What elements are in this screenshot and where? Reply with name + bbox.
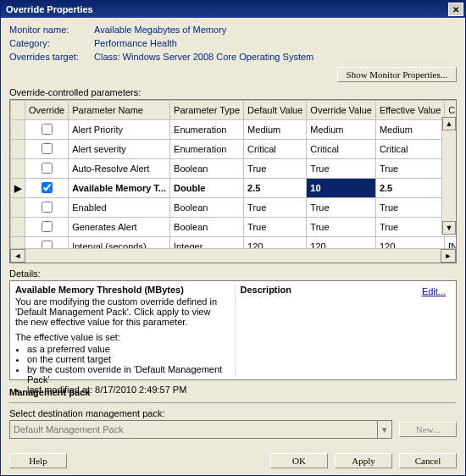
override-checkbox-cell[interactable]: [25, 140, 69, 159]
param-name-cell[interactable]: Alert severity: [69, 140, 170, 159]
new-mp-button[interactable]: New...: [399, 422, 457, 437]
table-row[interactable]: Interval (seconds)Integer120120120[No ch…: [11, 237, 457, 249]
footer: Help OK Apply Cancel: [1, 446, 465, 475]
col-override[interactable]: Override: [25, 101, 69, 120]
row-indicator: [11, 159, 25, 179]
effective-value-cell: 120: [375, 237, 444, 249]
override-checkbox[interactable]: [42, 221, 53, 232]
effective-value-cell: Medium: [375, 120, 444, 140]
edit-description-link[interactable]: Edit...: [422, 286, 446, 296]
override-value-cell[interactable]: Medium: [307, 120, 376, 140]
override-checkbox[interactable]: [42, 124, 53, 135]
table-row[interactable]: Alert PriorityEnumerationMediumMediumMed…: [11, 120, 457, 140]
param-name-cell[interactable]: Auto-Resolve Alert: [69, 159, 170, 179]
ok-button[interactable]: OK: [270, 453, 328, 468]
overrides-target-label: Overrides target:: [9, 52, 94, 62]
horizontal-scrollbar[interactable]: ◄ ►: [10, 248, 456, 263]
details-body2: The effective value is set:: [15, 332, 226, 342]
table-row[interactable]: Alert severityEnumerationCriticalCritica…: [11, 140, 457, 159]
override-checkbox-cell[interactable]: [25, 218, 69, 237]
param-type-cell: Enumeration: [170, 140, 244, 159]
override-checkbox[interactable]: [42, 202, 53, 213]
vertical-scrollbar[interactable]: ▲ ▼: [441, 117, 456, 235]
effective-value-cell: True: [375, 159, 444, 179]
description-label: Description: [241, 285, 452, 295]
override-value-cell[interactable]: True: [307, 198, 376, 218]
override-checkbox[interactable]: [42, 163, 53, 174]
override-checkbox[interactable]: [42, 241, 53, 249]
divider: [9, 402, 457, 403]
default-value-cell: 120: [244, 237, 307, 249]
override-checkbox-cell[interactable]: [25, 159, 69, 179]
rowheader-col: [11, 101, 25, 120]
default-value-cell: True: [244, 159, 307, 179]
param-type-cell: Integer: [170, 237, 244, 249]
details-label: Details:: [9, 268, 457, 279]
details-body1: You are modifying the custom override de…: [15, 296, 226, 327]
details-panel: Available Memory Threshold (MBytes) You …: [9, 280, 457, 380]
row-indicator: [11, 198, 25, 218]
default-value-cell: Critical: [244, 140, 307, 159]
details-bullets: as a preferred valueon the current targe…: [15, 344, 226, 395]
scroll-down-icon[interactable]: ▼: [442, 221, 456, 235]
row-indicator: [11, 237, 25, 249]
override-checkbox[interactable]: [42, 143, 53, 154]
default-value-cell: True: [244, 218, 307, 237]
override-checkbox-cell[interactable]: [25, 179, 69, 198]
effective-value-cell: Critical: [375, 140, 444, 159]
scroll-up-icon[interactable]: ▲: [442, 117, 456, 130]
override-checkbox-cell[interactable]: [25, 198, 69, 218]
scroll-right-icon[interactable]: ►: [441, 249, 456, 263]
override-value-cell[interactable]: Critical: [307, 140, 376, 159]
row-indicator: [11, 120, 25, 140]
table-row[interactable]: Generates AlertBooleanTrueTrueTrue[No ch…: [11, 218, 457, 237]
management-pack-select[interactable]: Default Management Pack ▾: [9, 420, 392, 439]
override-value-cell[interactable]: 120: [307, 237, 376, 249]
col-default-value[interactable]: Default Value: [244, 101, 307, 120]
details-title: Available Memory Threshold (MBytes): [15, 285, 226, 295]
override-checkbox-cell[interactable]: [25, 237, 69, 249]
row-indicator: ▶: [11, 179, 25, 198]
col-effective-value[interactable]: Effective Value: [375, 101, 444, 120]
table-row[interactable]: ▶Available Memory T...Double2.5102.5[Mod…: [11, 179, 457, 198]
monitor-name-value: Available Megabytes of Memory: [94, 25, 457, 35]
management-pack-selected: Default Management Pack: [14, 424, 124, 434]
mp-select-label: Select destination management pack:: [9, 408, 457, 418]
table-row[interactable]: Auto-Resolve AlertBooleanTrueTrueTrue[No…: [11, 159, 457, 179]
titlebar[interactable]: Override Properties ✕: [1, 1, 465, 18]
grid-label: Override-controlled parameters:: [9, 87, 457, 97]
scroll-left-icon[interactable]: ◄: [10, 249, 25, 263]
override-checkbox-cell[interactable]: [25, 120, 69, 140]
effective-value-cell: 2.5: [375, 179, 444, 198]
chevron-down-icon[interactable]: ▾: [377, 421, 391, 438]
apply-button[interactable]: Apply: [335, 453, 392, 468]
param-type-cell: Boolean: [170, 159, 244, 179]
show-monitor-properties-button[interactable]: Show Monitor Properties...: [337, 67, 457, 82]
parameters-grid: Override Parameter Name Parameter Type D…: [9, 99, 457, 263]
category-value: Performance Health: [94, 38, 457, 48]
table-row[interactable]: EnabledBooleanTrueTrueTrue[No change]: [11, 198, 457, 218]
param-name-cell[interactable]: Alert Priority: [69, 120, 170, 140]
param-type-cell: Boolean: [170, 198, 244, 218]
row-indicator: [11, 140, 25, 159]
override-checkbox[interactable]: [42, 182, 53, 193]
param-name-cell[interactable]: Interval (seconds): [69, 237, 170, 249]
change-status-cell: [No change]: [445, 237, 456, 249]
overrides-target-value: Class: Windows Server 2008 Core Operatin…: [94, 52, 457, 62]
param-name-cell[interactable]: Available Memory T...: [69, 179, 170, 198]
param-name-cell[interactable]: Generates Alert: [69, 218, 170, 237]
override-value-cell[interactable]: 10: [307, 179, 376, 198]
close-icon[interactable]: ✕: [448, 3, 463, 16]
col-param-type[interactable]: Parameter Type: [170, 101, 244, 120]
param-name-cell[interactable]: Enabled: [69, 198, 170, 218]
default-value-cell: 2.5: [244, 179, 307, 198]
col-override-value[interactable]: Override Value: [307, 101, 376, 120]
param-type-cell: Boolean: [170, 218, 244, 237]
override-properties-dialog: Override Properties ✕ Monitor name: Avai…: [0, 0, 466, 476]
override-value-cell[interactable]: True: [307, 218, 376, 237]
default-value-cell: True: [244, 198, 307, 218]
col-param-name[interactable]: Parameter Name: [69, 101, 170, 120]
help-button[interactable]: Help: [9, 453, 67, 468]
override-value-cell[interactable]: True: [307, 159, 376, 179]
cancel-button[interactable]: Cancel: [399, 453, 457, 468]
